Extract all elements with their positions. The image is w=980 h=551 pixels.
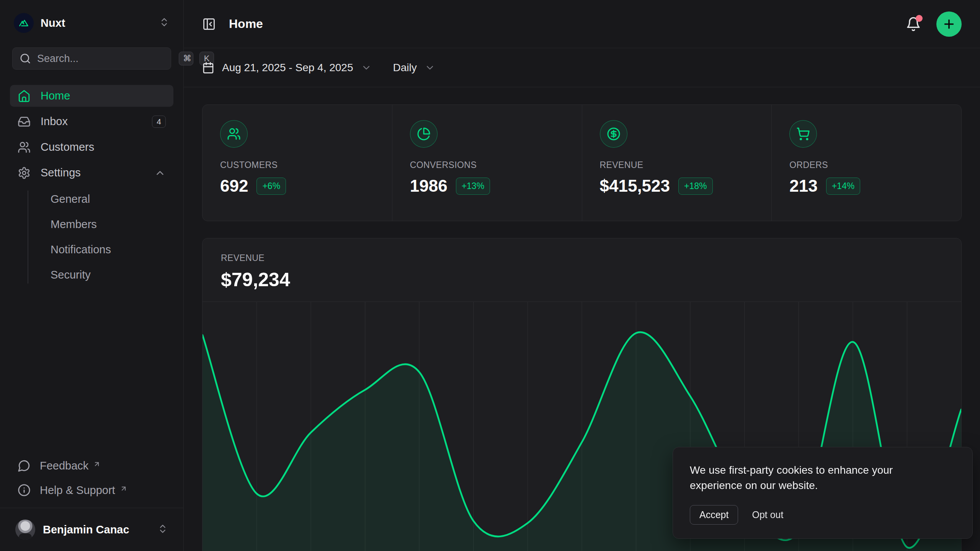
cookie-actions: Accept Opt out <box>690 505 956 525</box>
sidebar-item-label: Inbox <box>41 115 142 128</box>
sidebar-footer-links: Feedback Help & Support <box>0 455 183 508</box>
sidebar-item-security[interactable]: Security <box>28 264 173 286</box>
granularity-select[interactable]: Daily <box>393 62 435 74</box>
search-icon <box>20 53 31 64</box>
stat-label: CUSTOMERS <box>220 160 374 170</box>
revenue-chart-header: REVENUE $79,234 <box>203 238 961 302</box>
settings-children: General Members Notifications Security <box>28 188 173 286</box>
sidebar-user-section: Benjamin Canac <box>0 508 183 551</box>
sidebar-item-label: Notifications <box>51 243 111 256</box>
chevrons-up-down-icon <box>157 523 168 536</box>
sidebar-spacer <box>0 286 183 455</box>
users-icon <box>18 141 31 154</box>
collapse-sidebar-button[interactable] <box>202 17 216 31</box>
revenue-chart-label: REVENUE <box>221 253 943 263</box>
stat-label: ORDERS <box>789 160 944 170</box>
sidebar-item-label: General <box>51 193 90 205</box>
search-box[interactable]: ⌘ K <box>12 47 171 70</box>
header: Home <box>184 0 980 48</box>
help-support-link[interactable]: Help & Support <box>10 479 173 501</box>
page-title: Home <box>229 17 263 31</box>
date-range-picker[interactable]: Aug 21, 2025 - Sep 4, 2025 <box>202 62 372 74</box>
notifications-bell-button[interactable] <box>906 16 921 32</box>
calendar-icon <box>202 62 214 74</box>
inbox-count-badge: 4 <box>152 116 166 128</box>
nuxt-logo-icon <box>14 13 34 33</box>
stat-value: 213 <box>789 176 817 196</box>
stat-label: CONVERSIONS <box>410 160 564 170</box>
users-icon <box>220 120 248 148</box>
header-actions <box>906 11 962 37</box>
stat-change-badge: +14% <box>826 178 860 195</box>
revenue-chart-value: $79,234 <box>221 269 943 291</box>
feedback-label: Feedback <box>40 460 88 472</box>
sidebar: Nuxt ⌘ K <box>0 0 184 551</box>
chevron-up-icon <box>154 167 166 179</box>
stat-change-badge: +18% <box>678 178 712 195</box>
cookie-accept-button[interactable]: Accept <box>690 505 738 525</box>
sidebar-item-label: Customers <box>41 141 166 153</box>
workspace-name: Nuxt <box>41 17 152 29</box>
sidebar-item-inbox[interactable]: Inbox 4 <box>10 111 173 132</box>
sidebar-item-label: Members <box>51 218 97 231</box>
message-circle-icon <box>18 459 31 472</box>
help-support-label: Help & Support <box>40 484 115 497</box>
sidebar-item-customers[interactable]: Customers <box>10 136 173 158</box>
home-icon <box>18 90 31 103</box>
cookie-optout-button[interactable]: Opt out <box>752 509 783 520</box>
user-name: Benjamin Canac <box>43 523 150 536</box>
stat-tile-revenue[interactable]: REVENUE $415,523 +18% <box>582 105 772 221</box>
stat-tile-conversions[interactable]: CONVERSIONS 1986 +13% <box>392 105 582 221</box>
sidebar-top: Nuxt ⌘ K <box>0 0 183 70</box>
cookie-banner: We use first-party cookies to enhance yo… <box>673 447 973 539</box>
sidebar-item-home[interactable]: Home <box>10 85 173 107</box>
sidebar-item-settings[interactable]: Settings <box>10 162 173 184</box>
feedback-link[interactable]: Feedback <box>10 455 173 476</box>
user-menu[interactable]: Benjamin Canac <box>10 516 173 543</box>
stat-value: 692 <box>220 176 248 196</box>
sidebar-item-members[interactable]: Members <box>28 214 173 235</box>
stat-tile-orders[interactable]: ORDERS 213 +14% <box>771 105 961 221</box>
search-input[interactable] <box>37 53 173 65</box>
inbox-icon <box>18 115 31 128</box>
notification-dot <box>916 15 923 22</box>
sidebar-item-general[interactable]: General <box>28 188 173 210</box>
stat-change-badge: +13% <box>456 178 490 195</box>
sidebar-item-label: Settings <box>41 166 144 179</box>
stat-label: REVENUE <box>600 160 754 170</box>
date-range-label: Aug 21, 2025 - Sep 4, 2025 <box>222 62 353 74</box>
circle-dollar-icon <box>600 120 627 148</box>
chevron-down-icon <box>361 62 372 73</box>
workspace-switcher[interactable]: Nuxt <box>10 10 173 36</box>
sidebar-nav: Home Inbox 4 Customers <box>0 85 183 286</box>
cookie-message: We use first-party cookies to enhance yo… <box>690 463 927 494</box>
filter-toolbar: Aug 21, 2025 - Sep 4, 2025 Daily <box>184 48 980 87</box>
stat-change-badge: +6% <box>256 178 286 195</box>
add-button[interactable] <box>936 11 962 37</box>
chevrons-up-down-icon <box>159 17 170 29</box>
shopping-cart-icon <box>789 120 817 148</box>
sidebar-item-label: Security <box>51 269 91 281</box>
stat-value: $415,523 <box>600 176 670 196</box>
user-avatar <box>15 520 35 540</box>
granularity-label: Daily <box>393 62 417 74</box>
pie-chart-icon <box>410 120 438 148</box>
gear-icon <box>18 166 31 179</box>
stat-value: 1986 <box>410 176 448 196</box>
info-circle-icon <box>18 484 31 497</box>
external-link-arrow-icon <box>120 483 127 495</box>
chevron-down-icon <box>425 62 435 73</box>
external-link-arrow-icon <box>93 458 101 471</box>
sidebar-item-label: Home <box>41 90 166 102</box>
sidebar-item-notifications[interactable]: Notifications <box>28 239 173 261</box>
stat-tile-customers[interactable]: CUSTOMERS 692 +6% <box>203 105 392 221</box>
stats-card: CUSTOMERS 692 +6% CONVERSIONS 1986 <box>202 104 962 221</box>
